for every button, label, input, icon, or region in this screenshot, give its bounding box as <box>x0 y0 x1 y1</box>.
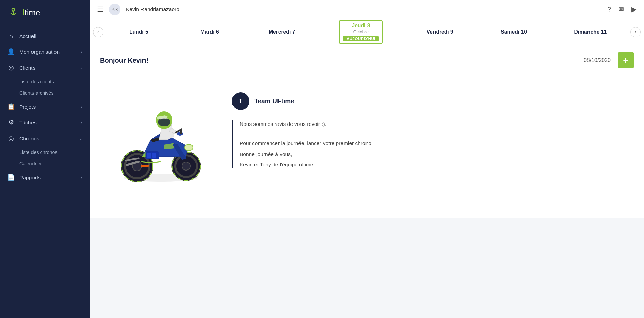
chevron-down-icon-chronos: ⌄ <box>79 136 82 141</box>
sidebar-label-mon-organisation: Mon organisation <box>19 49 60 55</box>
day-label-mercredi7: Mercredi 7 <box>269 29 295 35</box>
sidebar-item-rapports[interactable]: 📄 Rapports ‹ <box>0 169 90 185</box>
bottom-divider <box>90 218 644 218</box>
svg-point-14 <box>177 132 183 136</box>
current-date: 08/10/2020 <box>584 57 611 63</box>
month-label-jeudi8: Octobre <box>353 29 369 35</box>
sidebar-item-accueil[interactable]: ⌂ Accueil <box>0 28 90 44</box>
calendar-bar: ‹ Lundi 5 Mardi 6 Mercredi 7 Jeudi 8 Oct… <box>90 19 644 45</box>
calendar-day-vendredi9[interactable]: Vendredi 9 <box>423 27 457 37</box>
team-name: Team Ul-time <box>254 97 294 105</box>
chevron-left-icon-rapports: ‹ <box>81 175 82 180</box>
sidebar: ltime ⌂ Accueil 👤 Mon organisation ‹ ◎ C… <box>0 0 90 318</box>
team-avatar: T <box>232 92 249 110</box>
rapports-icon: 📄 <box>7 174 15 181</box>
content-area: Bonjour Kevin! 08/10/2020 + <box>90 45 644 318</box>
day-label-lundi5: Lundi 5 <box>129 29 148 35</box>
calendar-day-mercredi7[interactable]: Mercredi 7 <box>265 27 298 37</box>
calendar-day-mardi6[interactable]: Mardi 6 <box>194 27 225 37</box>
calendar-day-dimanche11[interactable]: Dimanche 11 <box>571 27 610 37</box>
team-msg-line-3: Pour commencer la journée, lancer votre … <box>240 139 630 147</box>
svg-rect-18 <box>147 153 151 158</box>
svg-rect-19 <box>152 153 156 158</box>
calendar-days: Lundi 5 Mardi 6 Mercredi 7 Jeudi 8 Octob… <box>103 20 630 44</box>
welcome-bar: Bonjour Kevin! 08/10/2020 + <box>90 45 644 75</box>
topbar-left: ☰ KR Kevin Randriamazaoro <box>97 4 179 15</box>
day-label-samedi10: Samedi 10 <box>501 29 527 35</box>
team-msg-line-1: Nous sommes ravis de vous revoir :). <box>240 120 630 128</box>
sidebar-subitem-liste-chronos[interactable]: Liste des chronos <box>0 146 90 158</box>
sidebar-subitem-calendrier[interactable]: Calendrier <box>0 158 90 169</box>
clients-icon: ◎ <box>7 64 15 71</box>
add-button[interactable]: + <box>618 52 634 68</box>
team-msg-line-5: Kevin et Tony de l'équipe ultime. <box>240 161 630 168</box>
help-icon[interactable]: ? <box>607 6 611 13</box>
sidebar-label-taches: Tâches <box>19 120 37 126</box>
sidebar-label-rapports: Rapports <box>19 175 41 181</box>
today-badge: AUJOURD'HUI <box>343 36 379 41</box>
logo-icon <box>7 6 20 19</box>
organisation-icon: 👤 <box>7 48 15 55</box>
team-message-area: T Team Ul-time Nous sommes ravis de vous… <box>232 86 630 168</box>
sidebar-label-chronos: Chronos <box>19 136 39 142</box>
hamburger-button[interactable]: ☰ <box>97 5 104 14</box>
welcome-greeting: Bonjour Kevin! <box>100 56 148 64</box>
chevron-down-icon: ⌄ <box>79 66 82 70</box>
svg-point-16 <box>158 118 170 126</box>
chevron-left-icon-projets: ‹ <box>81 105 82 109</box>
topbar: ☰ KR Kevin Randriamazaoro ? ✉ ▶ <box>90 0 644 19</box>
calendar-next-button[interactable]: › <box>630 27 641 37</box>
sidebar-label-projets: Projets <box>19 104 36 110</box>
team-msg-line-4: Bonne journée à vous, <box>240 150 630 158</box>
day-label-mardi6: Mardi 6 <box>200 29 219 35</box>
play-icon[interactable]: ▶ <box>631 5 637 13</box>
main-area: ☰ KR Kevin Randriamazaoro ? ✉ ▶ ‹ Lundi … <box>90 0 644 318</box>
sidebar-item-chronos[interactable]: ◎ Chronos ⌄ <box>0 131 90 146</box>
chronos-icon: ◎ <box>7 135 15 142</box>
motorcycle-illustration <box>103 86 218 190</box>
svg-point-13 <box>185 144 193 151</box>
sidebar-subitem-clients-archives[interactable]: Clients archivés <box>0 87 90 99</box>
team-header: T Team Ul-time <box>232 92 630 110</box>
sidebar-item-projets[interactable]: 📋 Projets ‹ <box>0 99 90 115</box>
calendar-day-lundi5[interactable]: Lundi 5 <box>124 27 154 37</box>
calendar-prev-button[interactable]: ‹ <box>93 27 103 37</box>
sidebar-logo: ltime <box>0 0 90 25</box>
calendar-day-samedi10[interactable]: Samedi 10 <box>497 27 530 37</box>
sidebar-item-clients[interactable]: ◎ Clients ⌄ <box>0 60 90 76</box>
user-avatar: KR <box>109 4 120 15</box>
calendar-day-jeudi8[interactable]: Jeudi 8 Octobre AUJOURD'HUI <box>339 20 383 44</box>
team-avatar-text: T <box>239 98 243 105</box>
home-icon: ⌂ <box>7 32 15 40</box>
user-name: Kevin Randriamazaoro <box>126 6 179 13</box>
mail-icon[interactable]: ✉ <box>619 5 624 13</box>
day-label-dimanche11: Dimanche 11 <box>574 29 607 35</box>
body-panel: T Team Ul-time Nous sommes ravis de vous… <box>90 75 644 218</box>
projets-icon: 📋 <box>7 103 15 110</box>
chevron-left-icon: ‹ <box>81 50 82 54</box>
sidebar-navigation: ⌂ Accueil 👤 Mon organisation ‹ ◎ Clients… <box>0 25 90 318</box>
topbar-right: ? ✉ ▶ <box>607 5 637 13</box>
sidebar-subitem-liste-clients[interactable]: Liste des clients <box>0 76 90 87</box>
day-label-jeudi8: Jeudi 8 <box>352 23 370 29</box>
taches-icon: ⚙ <box>7 119 15 126</box>
motorcycle-svg <box>112 92 210 184</box>
sidebar-label-clients: Clients <box>19 65 35 71</box>
sidebar-item-taches[interactable]: ⚙ Tâches ‹ <box>0 115 90 131</box>
svg-point-9 <box>182 162 190 170</box>
sidebar-label-accueil: Accueil <box>19 33 36 39</box>
chevron-left-icon-taches: ‹ <box>81 120 82 125</box>
sidebar-item-mon-organisation[interactable]: 👤 Mon organisation ‹ <box>0 44 90 60</box>
team-message-block: Nous sommes ravis de vous revoir :). Pou… <box>232 120 630 168</box>
logo-text: ltime <box>22 8 40 17</box>
day-label-vendredi9: Vendredi 9 <box>427 29 453 35</box>
